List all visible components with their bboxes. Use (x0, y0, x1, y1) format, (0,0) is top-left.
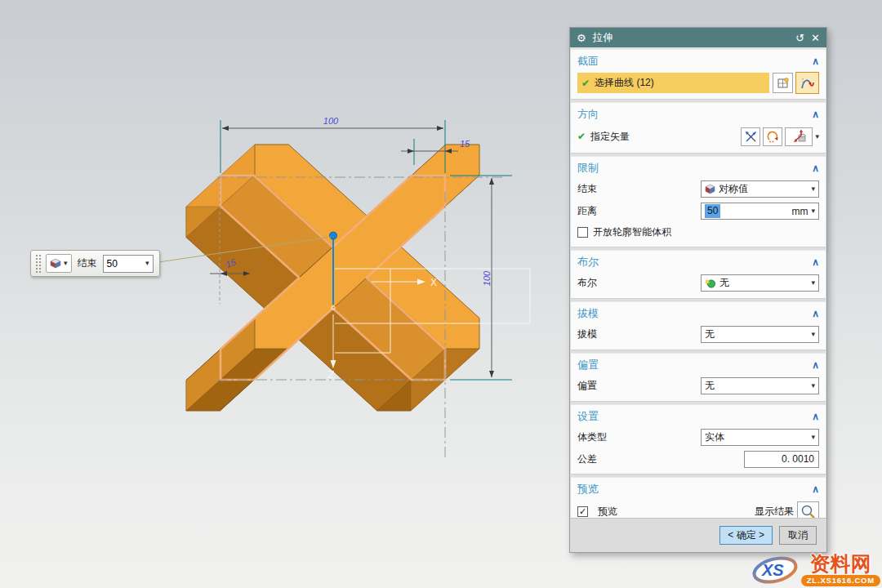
collapse-icon[interactable]: ∧ (812, 109, 819, 120)
section-boolean: 布尔 ∧ 布尔 无 ▾ (571, 250, 826, 299)
section-preview-title: 预览 (577, 482, 812, 497)
gear-icon[interactable]: ⚙ (577, 33, 586, 43)
section-profile: 截面 ∧ ✔ 选择曲线 (12) (571, 49, 826, 100)
vector-dialog-icon (744, 130, 758, 144)
section-settings: 设置 ∧ 体类型 实体 ▾ 公差 0. 0010 (571, 404, 826, 474)
caret-down-icon[interactable]: ▾ (815, 133, 819, 140)
collapse-icon[interactable]: ∧ (812, 483, 819, 495)
extrude-onscreen-toolbar[interactable]: ▾ 结束 50 ▾ (30, 250, 160, 277)
collapse-icon[interactable]: ∧ (812, 359, 819, 371)
specify-vector-label: 指定矢量 (590, 130, 630, 144)
drag-handle-point[interactable] (330, 232, 337, 239)
reverse-direction-button[interactable] (763, 127, 782, 146)
body-type-dropdown[interactable]: 实体 ▾ (701, 429, 819, 446)
vector-type-icon (788, 129, 809, 144)
dim-arm-15-top[interactable]: 15 (460, 139, 470, 149)
collapse-icon[interactable]: ∧ (812, 163, 819, 174)
boolean-value: 无 (719, 276, 729, 290)
sketch-section-button[interactable] (773, 73, 793, 93)
distance-value[interactable]: 50 (705, 204, 720, 218)
end-label: 结束 (76, 256, 99, 270)
section-draft-title: 拔模 (577, 306, 812, 321)
end-option-label: 结束 (577, 182, 597, 196)
boolean-dropdown[interactable]: 无 ▾ (701, 274, 819, 292)
section-boolean-title: 布尔 (577, 255, 812, 270)
sketch-section-icon (777, 77, 790, 90)
extrude-dialog: ⚙ 拉伸 ↺ ✕ 截面 ∧ ✔ 选择曲线 (12) (569, 27, 827, 553)
dialog-title: 拉伸 (593, 31, 790, 45)
open-profile-label: 开放轮廓智能体积 (593, 225, 671, 239)
end-option-dropdown[interactable]: 对称值 ▾ (701, 180, 819, 198)
end-distance-value[interactable]: 50 (107, 258, 118, 270)
body-type-label: 体类型 (577, 430, 607, 444)
tolerance-value[interactable]: 0. 0010 (782, 453, 814, 465)
section-offset-title: 偏置 (577, 358, 812, 372)
collapse-icon[interactable]: ∧ (812, 56, 819, 67)
end-option-value: 对称值 (719, 182, 748, 196)
cube-icon (50, 258, 61, 269)
select-curve-field[interactable]: ✔ 选择曲线 (12) (577, 73, 769, 93)
offset-dropdown[interactable]: 无 ▾ (701, 377, 819, 394)
check-icon: ✔ (581, 78, 590, 89)
dialog-footer: < 确定 > 取消 (570, 518, 826, 552)
dim-width-100[interactable]: 100 (323, 116, 339, 126)
site-watermark: XS 资料网 ZL.XS1616.COM (751, 554, 880, 586)
z-axis-label: Z (328, 369, 334, 381)
vector-type-button[interactable] (785, 127, 813, 146)
show-result-button[interactable] (797, 501, 819, 519)
watermark-logo: XS (751, 554, 799, 586)
vector-dialog-button[interactable] (741, 127, 760, 146)
application-window: X Z (0, 0, 882, 588)
boolean-label: 布尔 (577, 276, 597, 290)
reset-icon[interactable]: ↺ (795, 33, 804, 43)
distance-input[interactable]: 50 mm ▾ (701, 203, 819, 220)
section-profile-title: 截面 (577, 54, 812, 69)
cancel-button[interactable]: 取消 (779, 526, 817, 545)
show-result-label: 显示结果 (755, 505, 794, 519)
watermark-url: ZL.XS1616.COM (801, 575, 880, 586)
offset-value: 无 (705, 379, 715, 393)
section-settings-title: 设置 (577, 409, 812, 424)
dim-height-100[interactable]: 100 (482, 270, 492, 286)
section-direction-title: 方向 (577, 107, 812, 122)
section-limits-title: 限制 (577, 161, 812, 176)
section-offset: 偏置 ∧ 偏置 无 ▾ (571, 353, 826, 402)
section-preview: 预览 ∧ ✓ 预览 显示结果 (571, 477, 826, 518)
collapse-icon[interactable]: ∧ (812, 308, 819, 319)
toolbar-grip-handle[interactable] (35, 254, 42, 274)
distance-unit: mm (791, 206, 808, 217)
open-profile-checkbox[interactable] (577, 227, 588, 238)
caret-down-icon: ▾ (811, 331, 815, 338)
tolerance-input[interactable]: 0. 0010 (744, 451, 819, 468)
cube-icon (705, 184, 715, 194)
draft-dropdown[interactable]: 无 ▾ (701, 326, 819, 343)
caret-down-icon: ▾ (64, 260, 68, 267)
caret-down-icon[interactable]: ▾ (811, 207, 815, 215)
caret-down-icon: ▾ (811, 382, 815, 390)
select-curve-label: 选择曲线 (12) (595, 76, 654, 90)
watermark-name: 资料网 (810, 554, 871, 574)
end-distance-input[interactable]: 50 ▾ (103, 255, 154, 273)
collapse-icon[interactable]: ∧ (812, 256, 819, 268)
magnifier-icon (800, 504, 816, 519)
curve-selection-icon (800, 76, 816, 91)
collapse-icon[interactable]: ∧ (812, 411, 819, 422)
dialog-titlebar[interactable]: ⚙ 拉伸 ↺ ✕ (570, 28, 826, 47)
close-icon[interactable]: ✕ (811, 33, 820, 43)
caret-down-icon: ▾ (145, 260, 149, 267)
watermark-logo-text: XS (761, 561, 784, 579)
caret-down-icon: ▾ (811, 185, 815, 193)
caret-down-icon: ▾ (811, 434, 815, 441)
limit-option-dropdown[interactable]: ▾ (46, 254, 72, 273)
preview-checkbox[interactable]: ✓ (577, 506, 588, 517)
offset-label: 偏置 (577, 379, 597, 393)
preview-label: 预览 (598, 505, 617, 519)
curve-selection-button[interactable] (795, 72, 819, 94)
ok-button[interactable]: < 确定 > (719, 526, 773, 545)
distance-label: 距离 (577, 204, 597, 218)
body-type-value: 实体 (705, 430, 724, 444)
section-draft: 拔模 ∧ 拔模 无 ▾ (571, 301, 826, 350)
section-limits: 限制 ∧ 结束 对称值 ▾ (571, 156, 826, 247)
reverse-direction-icon (766, 130, 780, 144)
x-axis-label: X (430, 277, 437, 288)
